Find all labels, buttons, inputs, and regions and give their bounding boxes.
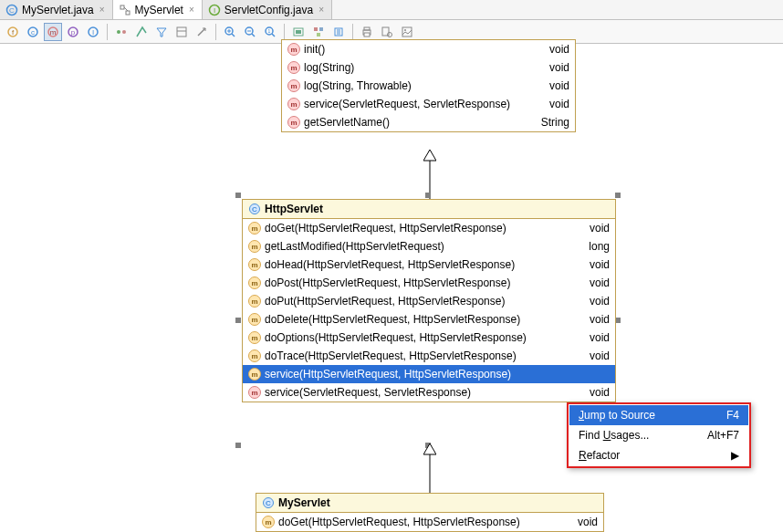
selection-handle[interactable] — [235, 318, 241, 323]
method-return-type: void — [571, 313, 610, 326]
context-menu-item[interactable]: Find Usages...Alt+F7 — [569, 425, 748, 445]
method-visibility-icon: m — [248, 331, 261, 344]
uml-class-header[interactable]: C MyServlet — [256, 494, 603, 513]
export-icon[interactable] — [329, 23, 348, 41]
uml-method-row[interactable]: m getLastModified(HttpServletRequest) lo… — [243, 237, 615, 256]
method-visibility-icon: m — [248, 258, 261, 271]
selection-handle[interactable] — [235, 193, 241, 198]
uml-method-row[interactable]: m doOptions(HttpServletRequest, HttpServ… — [243, 329, 615, 347]
svg-marker-45 — [423, 150, 436, 161]
svg-point-18 — [122, 30, 126, 34]
method-return-type: void — [571, 349, 610, 362]
uml-method-row[interactable]: m service(ServletRequest, ServletRespons… — [282, 95, 575, 113]
separator — [284, 24, 285, 40]
uml-method-row[interactable]: m doDelete(HttpServletRequest, HttpServl… — [243, 310, 615, 329]
svg-rect-33 — [314, 27, 318, 31]
method-signature: doHead(HttpServletRequest, HttpServletRe… — [265, 258, 515, 271]
class-icon: C — [262, 496, 275, 509]
uml-class-genericservlet[interactable]: m init() void m log(String) void m log(S… — [281, 39, 576, 132]
uml-method-row[interactable]: m log(String) void — [282, 58, 575, 77]
inheritance-arrow — [423, 443, 436, 493]
uml-class-httpservlet[interactable]: C HttpServlet m doGet(HttpServletRequest… — [242, 199, 616, 402]
svg-rect-39 — [364, 33, 370, 37]
close-icon[interactable]: × — [187, 5, 196, 15]
close-icon[interactable]: × — [98, 5, 107, 15]
fit-content-icon[interactable] — [289, 23, 308, 41]
separator — [352, 24, 353, 40]
svg-text:C: C — [266, 499, 271, 507]
selection-handle[interactable] — [425, 193, 431, 198]
tab-label: MyServlet — [135, 4, 183, 16]
inner-classes-icon[interactable]: I — [84, 23, 102, 41]
tab-myservlet-java[interactable]: C MyServlet.java × — [0, 0, 113, 19]
tab-servletconfig-java[interactable]: I ServletConfig.java × — [203, 0, 332, 19]
method-signature: doPost(HttpServletRequest, HttpServletRe… — [265, 276, 510, 289]
uml-method-row[interactable]: m doTrace(HttpServletRequest, HttpServle… — [243, 347, 615, 365]
zoom-in-icon[interactable] — [221, 23, 239, 41]
method-return-type: void — [571, 386, 610, 399]
uml-method-row[interactable]: m log(String, Throwable) void — [282, 77, 575, 95]
class-name: HttpServlet — [265, 203, 323, 215]
print-preview-icon[interactable] — [378, 23, 396, 41]
uml-method-row[interactable]: m doPut(HttpServletRequest, HttpServletR… — [243, 292, 615, 310]
uml-method-row[interactable]: m service(ServletRequest, ServletRespons… — [243, 383, 615, 402]
method-signature: doGet(HttpServletRequest, HttpServletRes… — [265, 222, 506, 235]
diagram-canvas[interactable]: m init() void m log(String) void m log(S… — [0, 44, 783, 532]
separator — [215, 24, 216, 40]
method-visibility-icon: m — [287, 61, 300, 74]
method-return-type: void — [531, 61, 569, 74]
svg-line-26 — [252, 34, 255, 37]
uml-method-row[interactable]: m getServletName() String — [282, 113, 575, 131]
selection-handle[interactable] — [615, 193, 621, 198]
svg-text:f: f — [12, 28, 15, 37]
zoom-actual-icon[interactable]: 1 — [261, 23, 279, 41]
methods-icon[interactable]: m — [44, 23, 62, 41]
separator — [107, 24, 108, 40]
method-return-type: void — [571, 331, 610, 344]
filter-icon[interactable] — [152, 23, 171, 41]
uml-method-row[interactable]: m doGet(HttpServletRequest, HttpServletR… — [256, 513, 603, 531]
tab-myservlet-diagram[interactable]: MyServlet × — [113, 0, 203, 19]
menu-shortcut: F4 — [699, 409, 739, 422]
print-icon[interactable] — [358, 23, 376, 41]
method-return-type: String — [523, 116, 569, 129]
uml-method-row[interactable]: m doGet(HttpServletRequest, HttpServletR… — [243, 219, 615, 237]
uml-method-row[interactable]: m doHead(HttpServletRequest, HttpServlet… — [243, 256, 615, 274]
fields-icon[interactable]: f — [4, 23, 22, 41]
apply-layout-icon[interactable] — [309, 23, 328, 41]
context-menu-item[interactable]: Jump to SourceF4 — [569, 405, 748, 425]
uml-method-row[interactable]: m init() void — [282, 40, 575, 58]
svg-point-17 — [117, 30, 120, 34]
uml-class-myservlet[interactable]: C MyServlet m doGet(HttpServletRequest, … — [256, 493, 604, 532]
uml-method-row[interactable]: m service(HttpServletRequest, HttpServle… — [243, 365, 615, 383]
method-visibility-icon: m — [287, 79, 300, 92]
dependencies-icon[interactable] — [132, 23, 151, 41]
svg-text:I: I — [92, 28, 94, 37]
class-file-icon: C — [5, 4, 18, 16]
class-name: MyServlet — [278, 496, 330, 509]
close-icon[interactable]: × — [317, 5, 326, 15]
uml-method-row[interactable]: m doPost(HttpServletRequest, HttpServlet… — [243, 274, 615, 292]
svg-rect-19 — [177, 27, 186, 37]
zoom-out-icon[interactable] — [241, 23, 259, 41]
selection-handle[interactable] — [235, 443, 241, 448]
edge-icon[interactable] — [193, 23, 211, 41]
uml-class-header[interactable]: C HttpServlet — [243, 200, 615, 219]
save-image-icon[interactable] — [398, 23, 416, 41]
context-menu-item[interactable]: Refactor▶ — [569, 445, 748, 465]
method-return-type: void — [571, 295, 610, 308]
method-signature: log(String, Throwable) — [304, 79, 412, 92]
method-visibility-icon: m — [248, 386, 261, 399]
svg-line-29 — [272, 34, 275, 37]
visibility-icon[interactable] — [112, 23, 130, 41]
layout-icon[interactable] — [172, 23, 191, 41]
svg-line-22 — [232, 34, 235, 37]
method-signature: doPut(HttpServletRequest, HttpServletRes… — [265, 295, 505, 308]
method-signature: doDelete(HttpServletRequest, HttpServlet… — [265, 313, 520, 326]
method-return-type: void — [571, 276, 610, 289]
svg-text:1: 1 — [268, 28, 271, 34]
svg-rect-32 — [296, 30, 301, 34]
properties-icon[interactable]: p — [64, 23, 82, 41]
constructors-icon[interactable]: c — [24, 23, 42, 41]
menu-shortcut: Alt+F7 — [680, 429, 739, 442]
